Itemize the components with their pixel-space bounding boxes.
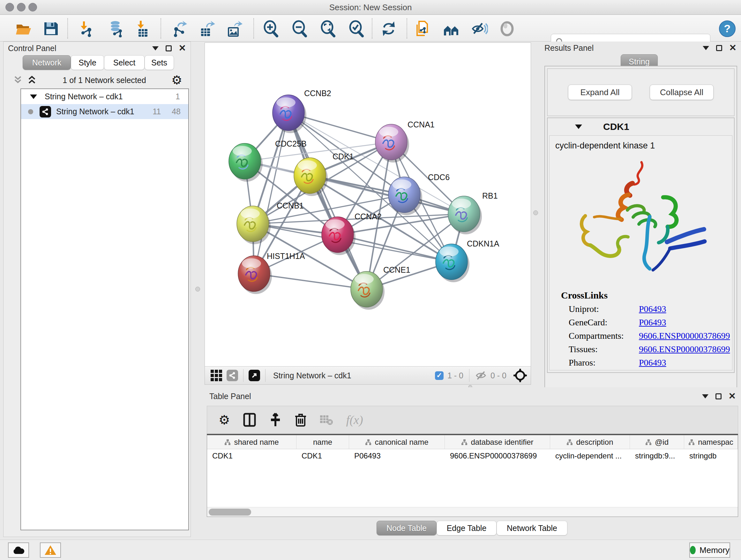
protein-description: cyclin-dependent kinase 1 bbox=[555, 141, 732, 151]
delete-table-icon bbox=[320, 414, 333, 426]
show-graphics-details-icon[interactable] bbox=[498, 19, 516, 38]
table-cell[interactable]: stringdb:9... bbox=[630, 449, 684, 462]
network-node-ccnb2[interactable] bbox=[273, 95, 307, 133]
delete-column-trash-icon[interactable] bbox=[294, 413, 307, 427]
selected-nodes-checkbox-icon[interactable]: ✓ bbox=[435, 371, 444, 380]
warnings-button[interactable] bbox=[40, 543, 61, 558]
birdseye-navigator-icon[interactable] bbox=[513, 368, 528, 383]
duplicate-network-icon[interactable] bbox=[413, 19, 432, 38]
grid-view-icon[interactable] bbox=[211, 370, 222, 381]
network-node-cdk1[interactable] bbox=[294, 158, 328, 196]
results-panel-float-icon[interactable] bbox=[716, 45, 722, 51]
tab-network-table[interactable]: Network Table bbox=[496, 521, 567, 536]
column-header-label: canonical name bbox=[375, 438, 428, 447]
table-panel-float-icon[interactable] bbox=[716, 393, 722, 399]
table-panel-title: Table Panel bbox=[209, 392, 251, 401]
import-network-from-database-icon[interactable] bbox=[107, 19, 125, 38]
column-header-label: description bbox=[576, 438, 613, 447]
network-row-selected[interactable]: String Network – cdk1 11 48 bbox=[21, 104, 188, 119]
collapse-all-icon[interactable] bbox=[12, 75, 23, 85]
crosslink-link[interactable]: P06493 bbox=[639, 317, 666, 327]
network-edge[interactable] bbox=[254, 113, 288, 273]
tab-sets[interactable]: Sets bbox=[145, 55, 174, 70]
table-row[interactable]: CDK1CDK1P064939606.ENSP00000378699cyclin… bbox=[207, 449, 738, 462]
control-panel-menu-icon[interactable] bbox=[152, 46, 158, 51]
results-panel-close-icon[interactable]: ✕ bbox=[729, 45, 737, 51]
zoom-out-icon[interactable] bbox=[290, 19, 309, 38]
network-graph[interactable]: CCNB2 CCNA1 CDC25B CDK1 bbox=[205, 43, 531, 366]
table-panel-close-icon[interactable]: ✕ bbox=[729, 393, 736, 399]
add-column-icon[interactable] bbox=[269, 413, 282, 427]
export-table-icon[interactable] bbox=[198, 19, 216, 38]
network-node-cdc25b[interactable] bbox=[229, 143, 263, 182]
table-horizontal-scrollbar[interactable] bbox=[207, 507, 738, 516]
network-node-cdc6[interactable] bbox=[388, 177, 422, 215]
first-neighbors-icon[interactable] bbox=[442, 19, 461, 38]
table-cell[interactable]: 9606.ENSP00000378699 bbox=[445, 449, 550, 462]
export-image-icon[interactable] bbox=[225, 19, 244, 38]
table-cell[interactable]: stringdb bbox=[684, 449, 738, 462]
right-splitter-handle[interactable] bbox=[533, 210, 538, 215]
network-node-ccna1[interactable] bbox=[375, 124, 409, 163]
help-icon[interactable]: ? bbox=[718, 19, 737, 38]
column-header-name[interactable]: name bbox=[296, 435, 349, 449]
expand-all-icon[interactable] bbox=[26, 75, 37, 85]
hidden-eye-icon[interactable] bbox=[475, 371, 487, 380]
network-node-hist1h1a[interactable] bbox=[238, 256, 272, 294]
crosslink-link[interactable]: P06493 bbox=[639, 358, 666, 368]
zoom-in-icon[interactable] bbox=[262, 19, 280, 38]
network-collection-row[interactable]: String Network – cdk1 1 bbox=[21, 89, 188, 104]
tab-node-table[interactable]: Node Table bbox=[377, 521, 436, 536]
column-header-canonical-name[interactable]: canonical name bbox=[349, 435, 445, 449]
network-node-rb1[interactable] bbox=[448, 196, 482, 234]
protein-section-expander-icon[interactable] bbox=[575, 125, 582, 129]
results-panel-menu-icon[interactable] bbox=[703, 46, 709, 50]
import-table-icon[interactable] bbox=[133, 19, 152, 38]
tab-edge-table[interactable]: Edge Table bbox=[436, 521, 496, 536]
column-header-description[interactable]: description bbox=[550, 435, 630, 449]
column-type-icon bbox=[461, 439, 468, 445]
tab-style[interactable]: Style bbox=[71, 55, 104, 70]
network-view[interactable]: CCNB2 CCNA1 CDC25B CDK1 bbox=[205, 43, 531, 385]
memory-button[interactable]: Memory bbox=[689, 543, 730, 558]
import-network-icon[interactable] bbox=[77, 19, 95, 38]
save-session-icon[interactable] bbox=[42, 19, 60, 38]
network-node-cdkn1a[interactable] bbox=[435, 244, 469, 282]
table-cell[interactable]: cyclin-dependent ... bbox=[550, 449, 630, 462]
table-panel-menu-icon[interactable] bbox=[702, 394, 709, 398]
column-header-namespac[interactable]: namespac bbox=[684, 435, 738, 449]
tab-network[interactable]: Network bbox=[23, 55, 71, 70]
network-badge-icon[interactable] bbox=[226, 370, 238, 381]
left-splitter-handle[interactable] bbox=[195, 287, 200, 292]
collapse-all-button[interactable]: Collapse All bbox=[650, 84, 714, 100]
column-header-shared-name[interactable]: shared name bbox=[207, 435, 296, 449]
network-node-ccne1[interactable] bbox=[351, 271, 385, 310]
tab-select[interactable]: Select bbox=[104, 55, 145, 70]
control-panel-float-icon[interactable] bbox=[165, 45, 172, 51]
zoom-fit-icon[interactable] bbox=[319, 19, 337, 38]
crosslink-link[interactable]: P06493 bbox=[639, 304, 666, 314]
open-session-icon[interactable] bbox=[14, 19, 33, 38]
crosslink-link[interactable]: 9606.ENSP00000378699 bbox=[639, 344, 730, 354]
table-cell[interactable]: CDK1 bbox=[207, 449, 296, 462]
crosslink-link[interactable]: 9606.ENSP00000378699 bbox=[639, 331, 730, 341]
expand-all-button[interactable]: Expand All bbox=[568, 84, 632, 100]
apply-layout-icon[interactable] bbox=[380, 19, 398, 38]
cloud-status-button[interactable] bbox=[8, 543, 29, 558]
table-cell[interactable]: P06493 bbox=[349, 449, 445, 462]
control-panel-close-icon[interactable]: ✕ bbox=[179, 45, 186, 51]
protein-structure-image bbox=[567, 157, 718, 284]
table-options-gear-icon[interactable]: ⚙ bbox=[219, 413, 230, 427]
show-columns-icon[interactable] bbox=[243, 413, 256, 427]
collection-expander-icon[interactable] bbox=[30, 95, 37, 99]
network-node-ccna2[interactable] bbox=[322, 217, 355, 255]
column-header-database-identifier[interactable]: database identifier bbox=[445, 435, 550, 449]
export-network-icon[interactable] bbox=[171, 19, 189, 38]
zoom-selected-icon[interactable] bbox=[347, 19, 366, 38]
column-header--id[interactable]: @id bbox=[630, 435, 684, 449]
detach-view-icon[interactable] bbox=[249, 370, 260, 381]
scrollbar-thumb[interactable] bbox=[209, 509, 251, 516]
network-options-gear-icon[interactable]: ⚙ bbox=[172, 73, 182, 87]
hide-selected-icon[interactable] bbox=[470, 19, 488, 38]
table-cell[interactable]: CDK1 bbox=[296, 449, 349, 462]
